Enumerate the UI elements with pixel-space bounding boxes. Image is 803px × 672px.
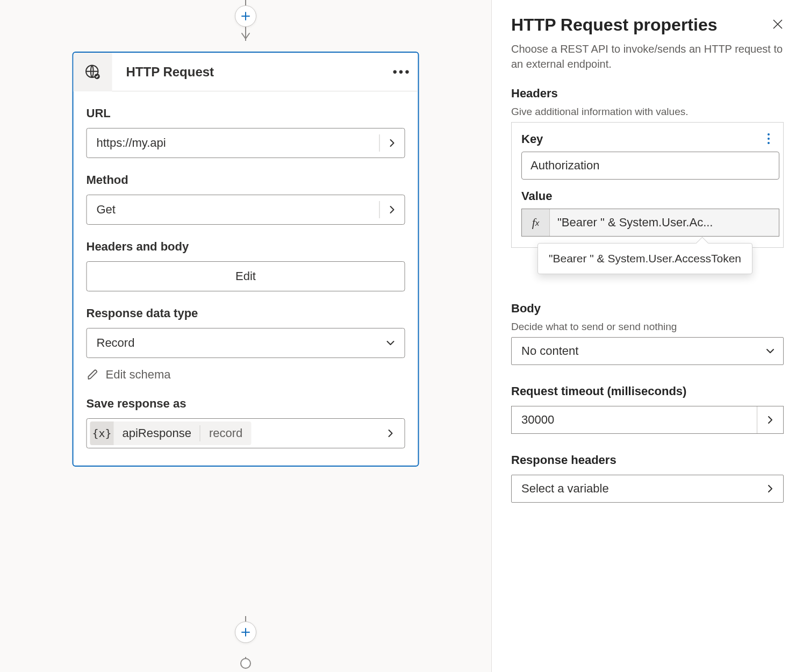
add-action-bottom-button[interactable] <box>235 621 256 643</box>
svg-point-4 <box>768 142 770 144</box>
formula-tooltip: "Bearer " & System.User.AccessToken <box>537 243 752 274</box>
variable-chevron-button[interactable] <box>380 428 402 438</box>
timeout-chevron-button[interactable] <box>757 415 783 425</box>
variable-icon: {x} <box>90 421 114 445</box>
response-type-select[interactable]: Record <box>87 328 405 358</box>
response-headers-select[interactable]: Select a variable <box>511 475 784 503</box>
headers-card: Key Authorization Value fx "Bearer " & S… <box>511 122 784 248</box>
edit-headers-body-button[interactable]: Edit <box>87 261 405 291</box>
header-key-input[interactable]: Authorization <box>521 152 779 180</box>
more-vertical-icon <box>767 133 770 145</box>
save-response-label: Save response as <box>87 397 405 411</box>
header-key-label: Key <box>521 132 543 146</box>
header-value-text: "Bearer " & System.User.Ac... <box>550 216 771 230</box>
headers-hint: Give additional information with values. <box>511 106 784 118</box>
url-input[interactable]: https://my.api <box>87 128 405 158</box>
timeout-value: 30000 <box>512 406 757 433</box>
chevron-right-icon <box>757 484 783 494</box>
body-value: No content <box>512 344 757 358</box>
edit-schema-button[interactable]: Edit schema <box>87 368 405 382</box>
header-value-formula[interactable]: fx "Bearer " & System.User.Ac... <box>521 209 779 237</box>
url-label: URL <box>87 106 405 120</box>
chevron-down-icon <box>757 346 783 356</box>
url-value: https://my.api <box>87 136 379 150</box>
variable-chip: {x} apiResponse record <box>90 421 252 445</box>
timeout-section-title: Request timeout (milliseconds) <box>511 384 784 398</box>
fx-icon: fx <box>522 209 550 236</box>
header-key-value: Authorization <box>530 159 599 173</box>
svg-point-3 <box>768 138 770 140</box>
http-request-node[interactable]: HTTP Request ••• URL https://my.api Meth… <box>73 52 419 467</box>
body-select[interactable]: No content <box>511 337 784 365</box>
flow-canvas: HTTP Request ••• URL https://my.api Meth… <box>0 0 491 672</box>
close-panel-button[interactable] <box>772 18 784 32</box>
arrowhead-icon <box>241 32 250 42</box>
body-section-title: Body <box>511 302 784 316</box>
method-label: Method <box>87 173 405 187</box>
url-chevron-button[interactable] <box>380 138 405 148</box>
node-header: HTTP Request ••• <box>74 53 418 91</box>
node-more-button[interactable]: ••• <box>386 65 418 80</box>
method-input[interactable]: Get <box>87 195 405 225</box>
method-value: Get <box>87 203 379 217</box>
pencil-icon <box>87 368 99 381</box>
add-action-top-button[interactable] <box>235 5 256 27</box>
response-type-label: Response data type <box>87 306 405 320</box>
response-headers-section-title: Response headers <box>511 453 784 467</box>
response-type-value: Record <box>87 336 377 350</box>
method-chevron-button[interactable] <box>380 205 405 215</box>
chevron-down-icon <box>377 338 405 348</box>
close-icon <box>772 18 784 30</box>
node-title: HTTP Request <box>112 65 386 80</box>
node-body: URL https://my.api Method Get <box>74 91 418 466</box>
save-response-variable[interactable]: {x} apiResponse record <box>87 418 405 448</box>
headers-body-label: Headers and body <box>87 240 405 254</box>
header-item-menu-button[interactable] <box>764 130 773 150</box>
svg-point-2 <box>768 133 770 135</box>
properties-panel: HTTP Request properties Choose a REST AP… <box>491 0 803 672</box>
timeout-input[interactable]: 30000 <box>511 406 784 434</box>
flow-end-circle <box>240 658 251 669</box>
header-value-label: Value <box>521 189 773 203</box>
headers-section-title: Headers <box>511 87 784 101</box>
response-headers-placeholder: Select a variable <box>512 482 757 496</box>
globe-icon <box>74 53 112 91</box>
panel-description: Choose a REST API to invoke/sends an HTT… <box>511 41 784 72</box>
variable-name: apiResponse <box>114 426 200 440</box>
variable-type: record <box>200 425 251 441</box>
body-hint: Decide what to send or send nothing <box>511 321 784 333</box>
panel-title: HTTP Request properties <box>511 15 717 35</box>
edit-schema-label: Edit schema <box>106 368 171 382</box>
